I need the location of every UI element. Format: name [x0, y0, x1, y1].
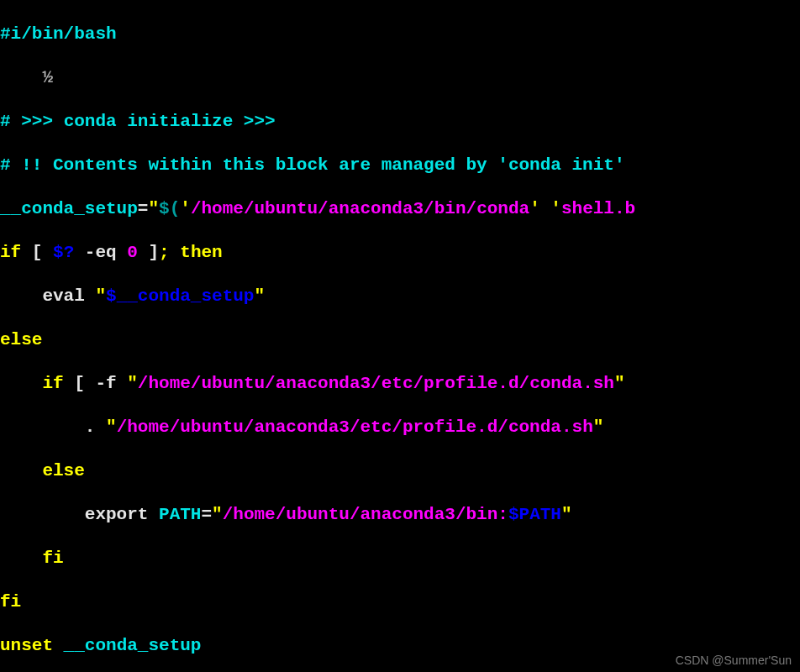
keyword-unset: unset	[0, 636, 53, 655]
code-line: else	[0, 460, 800, 482]
variable-name: PATH	[148, 505, 201, 524]
code-line: __conda_setup="$('/home/ubuntu/anaconda3…	[0, 198, 800, 220]
keyword-else: else	[0, 330, 42, 349]
path-literal: /home/ubuntu/anaconda3/etc/profile.d/con…	[117, 417, 593, 437]
code-line: . "/home/ubuntu/anaconda3/etc/profile.d/…	[0, 417, 800, 438]
code-line: fi	[0, 591, 800, 613]
comment-hash: #	[0, 112, 11, 131]
variable-ref: $PATH	[508, 505, 561, 524]
code-line: if [ $? -eq 0 ]; then	[0, 242, 800, 264]
code-line: fi	[0, 548, 800, 570]
variable-name: __conda_setup	[53, 636, 201, 655]
code-line: # >>> conda initialize >>>	[0, 111, 800, 133]
fraction-char	[0, 68, 42, 87]
keyword-else: else	[0, 461, 85, 480]
shebang: #i/bin/bash	[0, 24, 117, 44]
code-line: export PATH="/home/ubuntu/anaconda3/bin:…	[0, 504, 800, 526]
terminal-viewport[interactable]: #i/bin/bash ½ # >>> conda initialize >>>…	[0, 0, 800, 672]
keyword-fi: fi	[0, 592, 21, 612]
code-line: #i/bin/bash	[0, 24, 800, 45]
variable-name: __conda_setup	[0, 199, 138, 218]
variable-ref: $?	[53, 243, 74, 262]
code-line: ½	[0, 67, 800, 89]
path-literal: /home/ubuntu/anaconda3/etc/profile.d/con…	[138, 374, 614, 393]
variable-ref: $__conda_setup	[106, 286, 254, 306]
comment-hash: #	[0, 155, 11, 175]
code-line: # !! Contents within this block are mana…	[0, 155, 800, 176]
watermark-text: CSDN @Summer'Sun	[676, 654, 792, 667]
code-line: if [ -f "/home/ubuntu/anaconda3/etc/prof…	[0, 373, 800, 395]
code-line: else	[0, 329, 800, 351]
keyword-fi: fi	[0, 549, 64, 568]
path-literal: /home/ubuntu/anaconda3/bin/conda	[191, 199, 529, 218]
code-line: eval "$__conda_setup"	[0, 286, 800, 307]
path-literal: /home/ubuntu/anaconda3/bin:	[223, 505, 508, 524]
keyword-if: if	[0, 243, 21, 262]
